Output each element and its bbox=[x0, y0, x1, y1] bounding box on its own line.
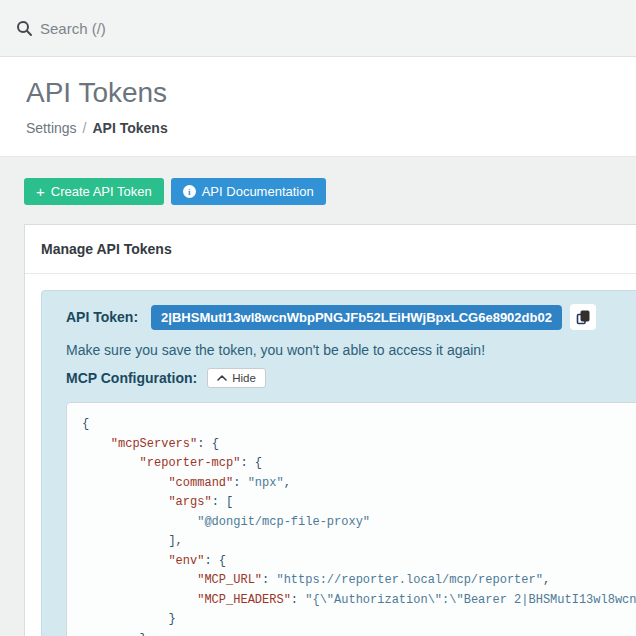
mcp-configuration-label: MCP Configuration: bbox=[66, 370, 197, 386]
copy-token-button[interactable] bbox=[570, 304, 596, 330]
breadcrumb-separator: / bbox=[83, 120, 87, 136]
api-token-label: API Token: bbox=[66, 309, 138, 325]
search-icon bbox=[16, 20, 33, 37]
breadcrumb: Settings/API Tokens bbox=[26, 120, 610, 137]
content-header: API Tokens Settings/API Tokens bbox=[0, 57, 636, 157]
search-bar bbox=[16, 20, 620, 37]
content-area: + Create API Token i API Documentation M… bbox=[0, 157, 636, 636]
mcp-config-code: { "mcpServers": { "reporter-mcp": { "com… bbox=[66, 402, 636, 636]
info-circle-icon: i bbox=[183, 185, 196, 198]
token-row: API Token: 2|BHSMutI13wl8wcnWbpPNGJFb52L… bbox=[66, 304, 636, 330]
search-input[interactable] bbox=[40, 20, 620, 37]
copy-icon bbox=[576, 310, 590, 325]
token-alert: API Token: 2|BHSMutI13wl8wcnWbpPNGJFb52L… bbox=[41, 290, 636, 636]
chevron-up-icon bbox=[217, 375, 227, 381]
hide-button[interactable]: Hide bbox=[207, 368, 266, 388]
top-navbar bbox=[0, 0, 636, 57]
manage-api-tokens-panel: Manage API Tokens API Token: 2|BHSMutI13… bbox=[24, 224, 636, 636]
api-token-badge: 2|BHSMutI13wl8wcnWbpPNGJFb52LEiHWjBpxLCG… bbox=[151, 305, 562, 330]
hide-button-label: Hide bbox=[232, 372, 256, 384]
panel-title: Manage API Tokens bbox=[41, 241, 172, 257]
panel-body: API Token: 2|BHSMutI13wl8wcnWbpPNGJFb52L… bbox=[25, 274, 636, 636]
panel-header: Manage API Tokens bbox=[25, 225, 636, 274]
create-api-token-label: Create API Token bbox=[51, 184, 152, 199]
create-api-token-button[interactable]: + Create API Token bbox=[24, 178, 164, 205]
actions-row: + Create API Token i API Documentation bbox=[24, 178, 636, 205]
token-warning-text: Make sure you save the token, you won't … bbox=[66, 341, 636, 359]
mcp-configuration-row: MCP Configuration: Hide bbox=[66, 368, 636, 388]
api-documentation-label: API Documentation bbox=[202, 184, 314, 199]
page-title: API Tokens bbox=[26, 78, 610, 108]
breadcrumb-current: API Tokens bbox=[92, 120, 167, 136]
api-documentation-button[interactable]: i API Documentation bbox=[171, 178, 326, 205]
breadcrumb-link-settings[interactable]: Settings bbox=[26, 120, 77, 136]
plus-icon: + bbox=[36, 184, 45, 199]
